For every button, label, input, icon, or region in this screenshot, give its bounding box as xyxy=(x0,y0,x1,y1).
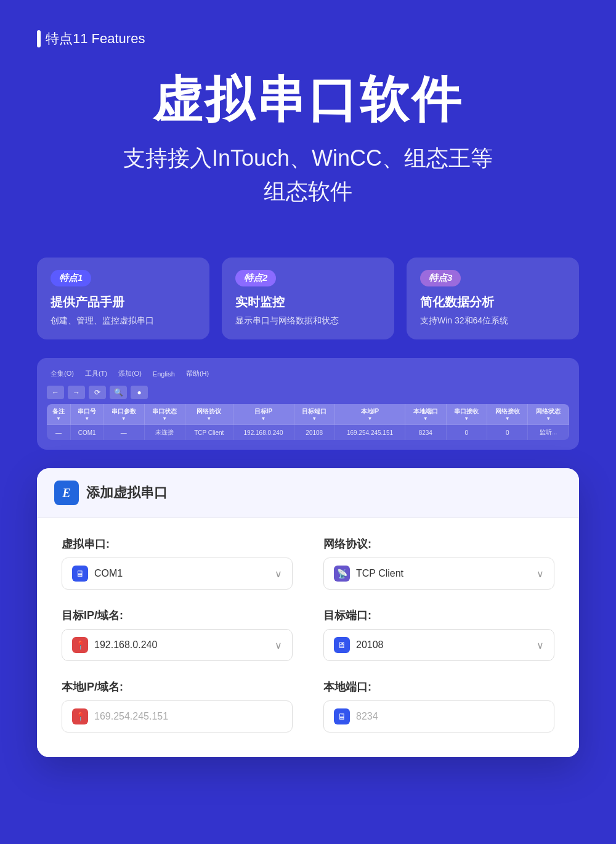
target-port-value: 20108 xyxy=(356,639,384,651)
form-grid: 虚拟串口: 🖥 COM1 ∨ 网络协议: 📡 TCP Client xyxy=(62,537,554,732)
target-ip-chevron: ∨ xyxy=(275,639,282,651)
col-header-portno: 串口号▼ xyxy=(71,404,103,425)
toolbar-menu-5[interactable]: 帮助(H) xyxy=(182,368,213,379)
cell-portstatus: 未连接 xyxy=(144,425,185,440)
badge-text: 特点11 Features xyxy=(46,30,145,48)
target-ip-label: 目标IP/域名: xyxy=(62,608,293,623)
local-ip-icon: 📍 xyxy=(72,708,88,724)
dialog-header: E 添加虚拟串口 xyxy=(37,468,579,518)
toolbar-icon-status[interactable]: ● xyxy=(131,386,148,399)
feature-desc-1: 创建、管理、监控虚拟串口 xyxy=(51,314,196,327)
data-table: 备注▼ 串口号▼ 串口参数▼ 串口状态▼ 网络协议▼ 目标IP▼ 目标端口▼ 本… xyxy=(47,404,569,440)
cell-portno: COM1 xyxy=(71,425,103,440)
target-port-icon: 🖥 xyxy=(334,637,350,653)
feature-title-2: 实时监控 xyxy=(235,294,381,310)
main-title: 虚拟串口软件 xyxy=(37,73,579,127)
virtual-port-chevron: ∨ xyxy=(275,568,282,580)
toolbar-icon-back[interactable]: ← xyxy=(47,386,64,399)
cell-localport: 8234 xyxy=(405,425,446,440)
target-port-select[interactable]: 🖥 20108 ∨ xyxy=(323,629,554,661)
cell-portrecv: 0 xyxy=(446,425,487,440)
col-header-localport: 本地端口▼ xyxy=(405,404,446,425)
local-ip-value: 169.254.245.151 xyxy=(94,711,168,722)
subtitle-line2: 组态软件 xyxy=(264,179,352,204)
local-port-value: 8234 xyxy=(356,711,378,722)
virtual-port-icon: 🖥 xyxy=(72,566,88,582)
features-row: 特点1 提供产品手册 创建、管理、监控虚拟串口 特点2 实时监控 显示串口与网络… xyxy=(0,258,616,339)
form-group-local-port: 本地端口: 🖥 8234 xyxy=(323,680,554,732)
col-header-targetport: 目标端口▼ xyxy=(294,404,334,425)
target-ip-select[interactable]: 📍 192.168.0.240 ∨ xyxy=(62,629,293,661)
cell-netrecv: 0 xyxy=(487,425,527,440)
target-port-label: 目标端口: xyxy=(323,608,554,623)
col-header-localip: 本地IP▼ xyxy=(334,404,405,425)
cell-targetport: 20108 xyxy=(294,425,334,440)
cell-protocol: TCP Client xyxy=(185,425,233,440)
target-ip-value: 192.168.0.240 xyxy=(94,639,157,651)
form-group-network-protocol: 网络协议: 📡 TCP Client ∨ xyxy=(323,537,554,590)
target-ip-icon: 📍 xyxy=(72,637,88,653)
cell-remark: — xyxy=(47,425,71,440)
feature-tag-2: 特点2 xyxy=(235,270,276,286)
target-ip-select-inner: 📍 192.168.0.240 xyxy=(72,637,270,653)
form-group-target-ip: 目标IP/域名: 📍 192.168.0.240 ∨ xyxy=(62,608,293,661)
table-row: — COM1 — 未连接 TCP Client 192.168.0.240 20… xyxy=(47,425,569,440)
cell-netstatus: 监听... xyxy=(528,425,569,440)
toolbar-icon-refresh[interactable]: ⟳ xyxy=(89,386,106,399)
badge-bar xyxy=(37,30,41,47)
network-protocol-chevron: ∨ xyxy=(537,568,544,580)
feature-badge: 特点11 Features xyxy=(37,30,579,48)
col-header-targetip: 目标IP▼ xyxy=(233,404,294,425)
col-header-netstatus: 网络状态▼ xyxy=(528,404,569,425)
cell-localip: 169.254.245.151 xyxy=(334,425,405,440)
cell-targetip: 192.168.0.240 xyxy=(233,425,294,440)
form-group-virtual-port: 虚拟串口: 🖥 COM1 ∨ xyxy=(62,537,293,590)
toolbar-icon-search[interactable]: 🔍 xyxy=(110,386,127,399)
screenshot-toolbar: 全集(O) 工具(T) 添加(O) English 帮助(H) xyxy=(47,368,569,379)
col-header-portrecv: 串口接收▼ xyxy=(446,404,487,425)
local-port-icon: 🖥 xyxy=(334,708,350,724)
local-ip-input[interactable]: 📍 169.254.245.151 xyxy=(62,700,293,732)
local-port-input[interactable]: 🖥 8234 xyxy=(323,700,554,732)
toolbar-menu-3[interactable]: 添加(O) xyxy=(115,368,145,379)
cell-portparam: — xyxy=(103,425,144,440)
toolbar-menu-1[interactable]: 全集(O) xyxy=(47,368,78,379)
network-protocol-select-inner: 📡 TCP Client xyxy=(334,566,532,582)
feature-title-1: 提供产品手册 xyxy=(51,294,196,310)
screenshot-section: 全集(O) 工具(T) 添加(O) English 帮助(H) ← → ⟳ 🔍 … xyxy=(37,358,579,450)
feature-card-3: 特点3 简化数据分析 支持Win 32和64位系统 xyxy=(407,258,579,339)
subtitle: 支持接入InTouch、WinCC、组态王等 组态软件 xyxy=(37,142,579,208)
network-protocol-label: 网络协议: xyxy=(323,537,554,551)
network-protocol-select[interactable]: 📡 TCP Client ∨ xyxy=(323,558,554,590)
col-header-portparam: 串口参数▼ xyxy=(103,404,144,425)
form-group-local-ip: 本地IP/域名: 📍 169.254.245.151 xyxy=(62,680,293,732)
feature-tag-1: 特点1 xyxy=(51,270,91,286)
toolbar-menu-2[interactable]: 工具(T) xyxy=(81,368,111,379)
toolbar-icons: ← → ⟳ 🔍 ● xyxy=(47,386,569,399)
target-port-select-inner: 🖥 20108 xyxy=(334,637,532,653)
header-section: 特点11 Features 虚拟串口软件 支持接入InTouch、WinCC、组… xyxy=(0,0,616,258)
col-header-protocol: 网络协议▼ xyxy=(185,404,233,425)
feature-card-1: 特点1 提供产品手册 创建、管理、监控虚拟串口 xyxy=(37,258,209,339)
feature-card-2: 特点2 实时监控 显示串口与网络数据和状态 xyxy=(222,258,394,339)
virtual-port-value: COM1 xyxy=(94,568,123,579)
feature-title-3: 简化数据分析 xyxy=(420,294,565,310)
target-port-chevron: ∨ xyxy=(537,639,544,651)
dialog-logo: E xyxy=(54,481,79,505)
col-header-remark: 备注▼ xyxy=(47,404,71,425)
toolbar-icon-forward[interactable]: → xyxy=(68,386,85,399)
dialog-title: 添加虚拟串口 xyxy=(86,484,168,502)
network-protocol-value: TCP Client xyxy=(356,568,403,579)
dialog-section: E 添加虚拟串口 虚拟串口: 🖥 COM1 ∨ 网络协议: xyxy=(37,468,579,757)
virtual-port-select-inner: 🖥 COM1 xyxy=(72,566,270,582)
col-header-portstatus: 串口状态▼ xyxy=(144,404,185,425)
network-protocol-icon: 📡 xyxy=(334,566,350,582)
local-port-label: 本地端口: xyxy=(323,680,554,694)
subtitle-line1: 支持接入InTouch、WinCC、组态王等 xyxy=(123,145,493,171)
feature-desc-3: 支持Win 32和64位系统 xyxy=(420,314,565,327)
virtual-port-label: 虚拟串口: xyxy=(62,537,293,551)
col-header-netrecv: 网络接收▼ xyxy=(487,404,527,425)
local-ip-label: 本地IP/域名: xyxy=(62,680,293,694)
virtual-port-select[interactable]: 🖥 COM1 ∨ xyxy=(62,558,293,590)
toolbar-menu-4[interactable]: English xyxy=(149,369,179,379)
